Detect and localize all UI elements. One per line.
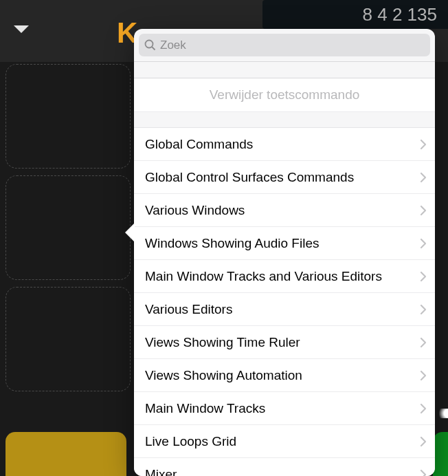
svg-point-0 [146,41,153,48]
menu-item-label: Main Window Tracks and Various Editors [145,269,382,284]
menu-item-label: Windows Showing Audio Files [145,236,319,251]
chevron-right-icon [420,238,427,249]
search-icon [144,39,156,51]
chevron-right-icon [420,304,427,315]
popover-pointer [125,223,135,242]
lcd-display: 8 4 2 135 [262,0,448,29]
menu-item-label: Main Window Tracks [145,401,265,416]
remove-shortcut-button: Verwijder toetscommando [134,78,435,112]
menu-item-label: Global Control Surfaces Commands [145,170,354,185]
menu-item-label: Various Editors [145,302,232,317]
green-pad-button[interactable] [433,432,448,476]
section-divider [134,61,435,78]
lcd-position: 8 4 2 135 [363,4,437,25]
menu-item-mixer[interactable]: Mixer [134,458,435,476]
menu-item-windows-audio-files[interactable]: Windows Showing Audio Files [134,227,435,260]
empty-slot-1[interactable] [5,64,131,169]
menu-item-main-window-tracks-editors[interactable]: Main Window Tracks and Various Editors [134,260,435,293]
yellow-pad-button[interactable] [5,432,126,476]
search-field[interactable] [139,34,430,56]
chevron-right-icon [420,271,427,282]
spacer [134,112,435,128]
menu-item-label: Global Commands [145,137,253,152]
chevron-right-icon [420,370,427,381]
scroll-indicator [436,409,448,418]
command-popover: Verwijder toetscommando Global Commands … [134,29,435,476]
svg-line-1 [152,47,155,50]
chevron-right-icon [420,469,427,476]
menu-item-various-editors[interactable]: Various Editors [134,293,435,326]
chevron-right-icon [420,139,427,150]
menu-item-global-commands[interactable]: Global Commands [134,128,435,161]
chevron-right-icon [420,172,427,183]
empty-slot-2[interactable] [5,175,131,280]
chevron-right-icon [420,205,427,216]
menu-item-main-window-tracks[interactable]: Main Window Tracks [134,392,435,425]
menu-item-views-time-ruler[interactable]: Views Showing Time Ruler [134,326,435,359]
menu-item-label: Views Showing Time Ruler [145,335,300,350]
menu-item-label: Live Loops Grid [145,434,236,449]
search-input[interactable] [160,39,425,52]
command-category-list[interactable]: Global Commands Global Control Surfaces … [134,128,435,476]
dropdown-arrow-icon[interactable] [12,24,30,38]
menu-item-various-windows[interactable]: Various Windows [134,194,435,227]
chevron-right-icon [420,337,427,348]
menu-item-views-automation[interactable]: Views Showing Automation [134,359,435,392]
menu-item-global-control-surfaces[interactable]: Global Control Surfaces Commands [134,161,435,194]
menu-item-label: Mixer [145,467,177,476]
empty-slot-3[interactable] [5,287,131,391]
chevron-right-icon [420,436,427,447]
menu-item-label: Views Showing Automation [145,368,302,383]
chevron-right-icon [420,403,427,414]
menu-item-label: Various Windows [145,203,245,218]
menu-item-live-loops-grid[interactable]: Live Loops Grid [134,425,435,458]
remove-shortcut-label: Verwijder toetscommando [210,87,360,102]
